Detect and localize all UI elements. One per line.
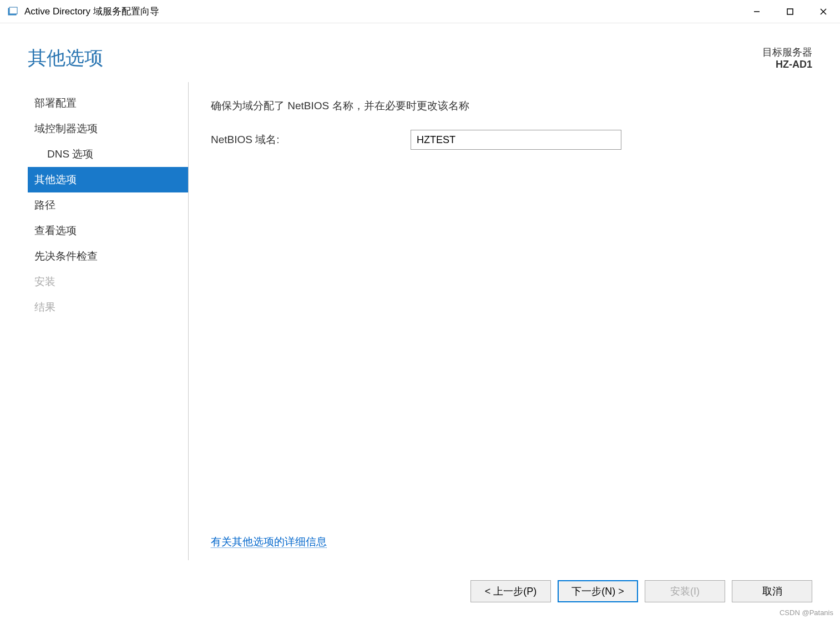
app-icon <box>7 6 19 18</box>
sidebar-item-7: 安装 <box>28 269 188 295</box>
page-title: 其他选项 <box>28 45 103 71</box>
header: 其他选项 目标服务器 HZ-AD1 <box>0 23 840 82</box>
target-info: 目标服务器 HZ-AD1 <box>762 45 812 70</box>
sidebar-item-1[interactable]: 域控制器选项 <box>28 116 188 141</box>
instruction-text: 确保为域分配了 NetBIOS 名称，并在必要时更改该名称 <box>211 99 796 113</box>
netbios-row: NetBIOS 域名: <box>211 130 796 150</box>
next-button[interactable]: 下一步(N) > <box>558 580 638 602</box>
sidebar-item-4[interactable]: 路径 <box>28 192 188 218</box>
netbios-input[interactable] <box>411 130 621 150</box>
sidebar-item-0[interactable]: 部署配置 <box>28 90 188 116</box>
help-link-container: 有关其他选项的详细信息 <box>211 535 796 549</box>
svg-rect-3 <box>787 9 793 14</box>
sidebar-item-2[interactable]: DNS 选项 <box>28 141 188 167</box>
content: 部署配置域控制器选项DNS 选项其他选项路径查看选项先决条件检查安装结果 确保为… <box>0 82 840 571</box>
svg-rect-1 <box>9 7 17 14</box>
target-server-label: 目标服务器 <box>762 45 812 59</box>
button-bar: < 上一步(P) 下一步(N) > 安装(I) 取消 <box>0 571 840 619</box>
install-button[interactable]: 安装(I) <box>645 580 725 602</box>
close-button[interactable] <box>807 0 840 23</box>
sidebar-item-3[interactable]: 其他选项 <box>28 167 188 192</box>
window-title: Active Directory 域服务配置向导 <box>24 5 740 18</box>
sidebar-item-8: 结果 <box>28 295 188 320</box>
target-server-name: HZ-AD1 <box>762 59 812 70</box>
previous-button[interactable]: < 上一步(P) <box>470 580 551 602</box>
minimize-button[interactable] <box>740 0 773 23</box>
sidebar: 部署配置域控制器选项DNS 选项其他选项路径查看选项先决条件检查安装结果 <box>28 82 189 560</box>
credit-text: CSDN @Patanis <box>780 608 833 617</box>
window-controls <box>740 0 840 23</box>
maximize-button[interactable] <box>773 0 807 23</box>
cancel-button[interactable]: 取消 <box>732 580 812 602</box>
main-panel: 确保为域分配了 NetBIOS 名称，并在必要时更改该名称 NetBIOS 域名… <box>189 82 812 560</box>
sidebar-item-5[interactable]: 查看选项 <box>28 218 188 243</box>
sidebar-item-6[interactable]: 先决条件检查 <box>28 243 188 269</box>
help-link[interactable]: 有关其他选项的详细信息 <box>211 536 327 548</box>
netbios-label: NetBIOS 域名: <box>211 133 399 147</box>
titlebar: Active Directory 域服务配置向导 <box>0 0 840 23</box>
